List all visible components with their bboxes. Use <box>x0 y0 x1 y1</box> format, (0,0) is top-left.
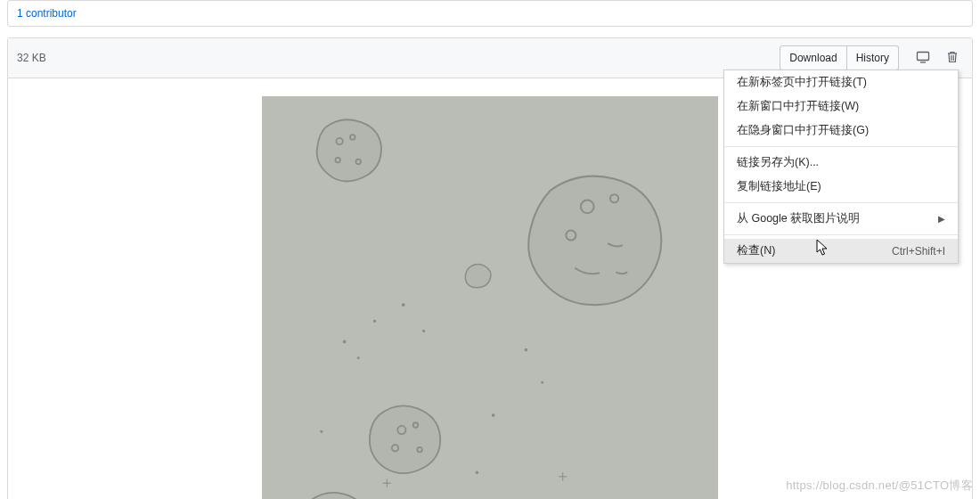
ctx-label: 从 Google 获取图片说明 <box>737 211 860 226</box>
history-button[interactable]: History <box>847 45 899 70</box>
svg-rect-0 <box>918 52 929 60</box>
file-actions-group: Download History <box>780 45 899 70</box>
desktop-download-icon <box>916 50 930 67</box>
ctx-save-link-as[interactable]: 链接另存为(K)... <box>724 151 958 175</box>
ctx-label: 链接另存为(K)... <box>737 155 819 170</box>
delete-button[interactable] <box>942 47 963 70</box>
svg-point-21 <box>525 348 527 351</box>
ctx-copy-link-address[interactable]: 复制链接地址(E) <box>724 175 958 199</box>
file-size: 32 KB <box>17 52 46 64</box>
svg-point-22 <box>542 381 543 383</box>
ctx-open-incognito[interactable]: 在隐身窗口中打开链接(G) <box>724 119 958 143</box>
ctx-label: 检查(N) <box>737 243 775 258</box>
ctx-separator <box>724 202 958 203</box>
ctx-label: 在新标签页中打开链接(T) <box>737 75 867 90</box>
ctx-inspect[interactable]: 检查(N) Ctrl+Shift+I <box>724 239 958 263</box>
svg-point-20 <box>357 357 359 359</box>
contributor-link[interactable]: 1 contributor <box>17 7 77 20</box>
contributors-box: 1 contributor <box>7 0 973 27</box>
ctx-label: 在新窗口中打开链接(W) <box>737 99 859 114</box>
svg-point-23 <box>492 414 494 417</box>
image-preview[interactable] <box>262 96 718 499</box>
ctx-open-new-tab[interactable]: 在新标签页中打开链接(T) <box>724 70 958 94</box>
svg-point-17 <box>373 320 375 322</box>
open-desktop-button[interactable] <box>911 47 935 70</box>
watermark: https://blog.csdn.net/@51CTO博客 <box>786 478 973 494</box>
trash-icon <box>946 50 959 67</box>
ctx-label: 复制链接地址(E) <box>737 179 821 194</box>
svg-point-19 <box>343 340 346 343</box>
context-menu: 在新标签页中打开链接(T) 在新窗口中打开链接(W) 在隐身窗口中打开链接(G)… <box>723 70 959 264</box>
ctx-shortcut: Ctrl+Shift+I <box>892 245 945 258</box>
ctx-separator <box>724 234 958 235</box>
submenu-arrow-icon: ▶ <box>938 214 945 224</box>
ctx-open-new-window[interactable]: 在新窗口中打开链接(W) <box>724 94 958 119</box>
svg-point-25 <box>321 430 323 432</box>
download-button[interactable]: Download <box>780 45 846 70</box>
ctx-google-image-desc[interactable]: 从 Google 获取图片说明 ▶ <box>724 207 958 231</box>
ctx-separator <box>724 146 958 147</box>
svg-point-24 <box>476 471 478 473</box>
ctx-label: 在隐身窗口中打开链接(G) <box>737 123 869 138</box>
svg-point-16 <box>402 304 404 307</box>
svg-point-18 <box>423 330 425 331</box>
